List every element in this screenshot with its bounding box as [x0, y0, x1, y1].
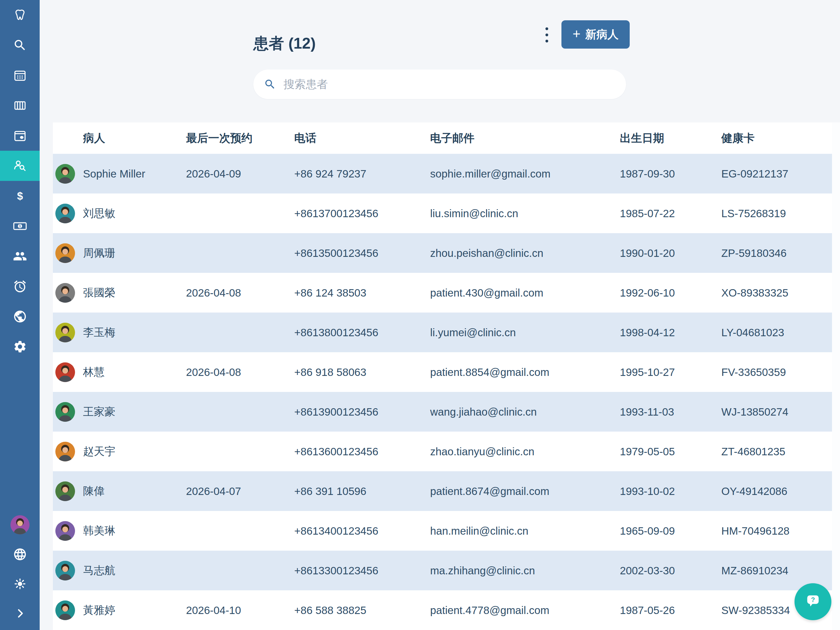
table-row[interactable]: 周佩珊 +8613500123456 zhou.peishan@clinic.c…	[53, 233, 832, 273]
patient-avatar	[55, 481, 75, 501]
globe-icon	[13, 547, 27, 561]
person-photo-icon	[55, 521, 75, 541]
table-row[interactable]: 張國榮 2026-04-08 +86 124 38503 patient.430…	[53, 273, 832, 313]
table-body: Sophie Miller 2026-04-09 +86 924 79237 s…	[53, 154, 832, 630]
alarm-icon[interactable]	[0, 271, 39, 301]
patient-avatar	[55, 283, 75, 303]
table-row[interactable]: 马志航 +8613300123456 ma.zhihang@clinic.cn …	[53, 551, 832, 590]
last-appointment-value: 2026-04-10	[186, 604, 294, 616]
table-row[interactable]: 王家豪 +8613900123456 wang.jiahao@clinic.cn…	[53, 392, 832, 432]
patient-avatar	[55, 323, 75, 342]
search-bar[interactable]	[253, 70, 626, 99]
patient-search-icon[interactable]	[0, 151, 39, 181]
search-icon	[13, 38, 27, 52]
column-header-email: 电子邮件	[430, 131, 620, 146]
email-value: wang.jiahao@clinic.cn	[430, 406, 620, 418]
phone-value: +86 918 58063	[294, 366, 430, 378]
person-photo-icon	[55, 362, 75, 382]
patient-name: 陳偉	[83, 484, 104, 499]
patient-avatar	[55, 600, 75, 620]
health-card-value: FV-33650359	[721, 366, 832, 378]
plus-icon: +	[573, 27, 581, 41]
table-row[interactable]: 李玉梅 +8613800123456 li.yumei@clinic.cn 19…	[53, 313, 832, 352]
patient-name: 赵天宇	[83, 444, 115, 459]
globe-icon[interactable]	[0, 540, 39, 569]
table-row[interactable]: 林慧 2026-04-08 +86 918 58063 patient.8854…	[53, 352, 832, 392]
patient-avatar	[55, 402, 75, 422]
banknote-icon[interactable]	[0, 211, 39, 241]
patient-name: 王家豪	[83, 405, 115, 419]
table-row[interactable]: 刘思敏 +8613700123456 liu.simin@clinic.cn 1…	[53, 193, 832, 233]
calendar-icon[interactable]	[0, 60, 39, 90]
person-photo-icon	[55, 442, 75, 461]
search-input[interactable]	[283, 78, 616, 91]
person-photo-icon	[55, 164, 75, 184]
person-photo-icon	[55, 600, 75, 620]
patient-avatar	[55, 362, 75, 382]
health-card-value: OY-49142086	[721, 485, 832, 497]
kebab-menu-icon[interactable]	[540, 25, 553, 45]
dob-value: 1992-06-10	[620, 287, 721, 299]
banknote-icon	[13, 219, 27, 233]
gear-icon[interactable]	[0, 332, 39, 362]
person-photo-icon	[11, 515, 30, 534]
email-value: sophie.miller@gmail.com	[430, 168, 620, 180]
table-row[interactable]: 赵天宇 +8613600123456 zhao.tianyu@clinic.cn…	[53, 432, 832, 471]
dollar-icon[interactable]	[0, 181, 39, 211]
chevron-right-icon[interactable]	[0, 598, 39, 628]
person-photo-icon	[55, 323, 75, 342]
calendar-icon	[13, 68, 27, 82]
email-value: patient.8674@gmail.com	[430, 485, 620, 497]
email-value: patient.4778@gmail.com	[430, 604, 620, 616]
phone-value: +86 124 38503	[294, 287, 430, 299]
patient-name: 林慧	[83, 365, 104, 379]
earth-icon[interactable]	[0, 301, 39, 332]
help-fab-button[interactable]	[794, 583, 831, 620]
columns-icon[interactable]	[0, 90, 39, 120]
health-card-value: WJ-13850274	[721, 406, 832, 418]
search-icon[interactable]	[0, 30, 39, 60]
tooth-logo-icon[interactable]	[0, 0, 39, 30]
columns-icon	[13, 98, 27, 112]
last-appointment-value: 2026-04-09	[186, 168, 294, 180]
user-avatar[interactable]	[0, 510, 39, 540]
health-card-value: EG-09212137	[721, 168, 832, 180]
table-row[interactable]: 陳偉 2026-04-07 +86 391 10596 patient.8674…	[53, 471, 832, 511]
phone-value: +86 924 79237	[294, 168, 430, 180]
dob-value: 1993-10-02	[620, 485, 721, 497]
page-title: 患者 (12)	[253, 33, 316, 54]
phone-value: +8613700123456	[294, 207, 430, 220]
dob-value: 1993-11-03	[620, 406, 721, 418]
email-value: li.yumei@clinic.cn	[430, 326, 620, 339]
sidebar-bottom	[0, 510, 39, 630]
health-card-value: ZT-46801235	[721, 445, 832, 458]
people-icon[interactable]	[0, 241, 39, 271]
patient-avatar	[55, 164, 75, 184]
health-card-value: MZ-86910234	[721, 565, 832, 577]
table-row[interactable]: 韩美琳 +8613400123456 han.meilin@clinic.cn …	[53, 511, 832, 551]
health-card-value: LS-75268319	[721, 207, 832, 220]
patients-page: 患者 (12) + 新病人 病人 最后一次预约 电话 电子邮件 出生日期 健康卡…	[0, 0, 840, 630]
chevron-right-icon	[13, 606, 27, 621]
calendar-event-icon[interactable]	[0, 120, 39, 151]
dob-value: 2002-03-30	[620, 565, 721, 577]
patient-name: 黃雅婷	[83, 603, 115, 617]
health-card-value: LY-04681023	[721, 326, 832, 339]
table-row[interactable]: 黃雅婷 2026-04-10 +86 588 38825 patient.477…	[53, 590, 832, 630]
phone-value: +86 391 10596	[294, 485, 430, 497]
new-patient-button[interactable]: + 新病人	[561, 20, 630, 49]
email-value: zhou.peishan@clinic.cn	[430, 247, 620, 259]
table-row[interactable]: Sophie Miller 2026-04-09 +86 924 79237 s…	[53, 154, 832, 193]
patient-name: 張國榮	[83, 285, 115, 300]
column-header-health-card: 健康卡	[721, 131, 832, 146]
phone-value: +8613800123456	[294, 326, 430, 339]
patient-name: 刘思敏	[83, 206, 115, 220]
sun-icon[interactable]	[0, 569, 39, 598]
last-appointment-value: 2026-04-07	[186, 485, 294, 497]
dob-value: 1995-10-27	[620, 366, 721, 378]
email-value: patient.430@gmail.com	[430, 287, 620, 299]
dob-value: 1979-05-05	[620, 445, 721, 458]
person-photo-icon	[55, 402, 75, 422]
phone-value: +8613600123456	[294, 445, 430, 458]
phone-value: +8613500123456	[294, 247, 430, 259]
